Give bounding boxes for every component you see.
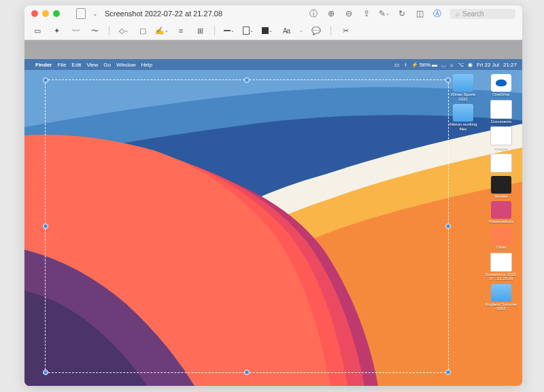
line-style-picker[interactable]: ⌄ bbox=[223, 24, 235, 37]
desktop-folder[interactable]: Winter Sports 2022 bbox=[446, 74, 480, 101]
screen-mirror-icon[interactable]: ▭ bbox=[394, 62, 400, 68]
selection-tool-icon[interactable]: ▭ bbox=[31, 24, 44, 37]
zoom-window-button[interactable] bbox=[53, 10, 60, 17]
sign-icon[interactable]: ✍⌄ bbox=[156, 24, 168, 37]
edit-icon[interactable]: Ⓐ bbox=[432, 9, 442, 18]
desktop-icons-area: Winter Sports 2022 Aileron working files… bbox=[446, 74, 518, 311]
bluetooth-icon[interactable]: ᚼ bbox=[404, 62, 407, 68]
app-menu[interactable]: Finder bbox=[35, 62, 52, 68]
adjust-color-icon[interactable]: ≡ bbox=[175, 24, 187, 37]
macos-menubar: Finder File Edit View Go Window Help ▭ ᚼ… bbox=[24, 59, 522, 70]
document-proxy-icon[interactable] bbox=[76, 8, 86, 19]
text-box-icon[interactable]: ▢ bbox=[137, 24, 149, 37]
menubar-date[interactable]: Fri 22 Jul bbox=[477, 62, 499, 68]
font-style-picker[interactable]: Aa bbox=[280, 24, 292, 37]
search-icon: ⌕ bbox=[456, 10, 460, 18]
desktop-file[interactable]: Documents bbox=[484, 100, 518, 124]
search-placeholder: Search bbox=[462, 10, 484, 18]
instant-alpha-icon[interactable]: ✦ bbox=[50, 24, 63, 37]
crop-tool-icon[interactable]: ✂ bbox=[339, 24, 352, 37]
image-canvas[interactable]: Finder File Edit View Go Window Help ▭ ᚼ… bbox=[24, 59, 522, 386]
adjust-size-icon[interactable]: ⊞ bbox=[194, 24, 206, 37]
title-dropdown-chevron[interactable]: ⌄ bbox=[92, 10, 98, 17]
desktop-file[interactable]: Screenshot 2022-07...21.25.09 bbox=[484, 253, 518, 281]
menubar-time[interactable]: 21:27 bbox=[503, 62, 517, 68]
markup-toolbar: ▭ ✦ 〰 〜 ◇⌄ ▢ ✍⌄ ≡ ⊞ ⌄ ⌄ ⌄ Aa⌄ 💬 ✂ bbox=[24, 22, 522, 40]
border-color-picker[interactable]: ⌄ bbox=[242, 24, 254, 37]
shapes-icon[interactable]: ◇⌄ bbox=[118, 24, 130, 37]
info-icon[interactable]: ⓘ bbox=[309, 9, 318, 18]
help-menu[interactable]: Help bbox=[141, 62, 152, 68]
control-center-icon[interactable]: ⌥ bbox=[458, 62, 464, 68]
battery-status[interactable]: ⚡ 56% ▬ bbox=[411, 62, 437, 68]
edit-menu[interactable]: Edit bbox=[71, 62, 81, 68]
markup-icon[interactable]: ✎⌄ bbox=[379, 9, 389, 18]
window-titlebar: ⌄ Screenshot 2022-07-22 at 21.27.08 ⓘ ⊕ … bbox=[24, 5, 522, 22]
canvas-padding-top bbox=[24, 40, 522, 59]
go-menu[interactable]: Go bbox=[103, 62, 111, 68]
window-title: Screenshot 2022-07-22 at 21.27.08 bbox=[105, 10, 222, 18]
wifi-icon[interactable]: ◡ bbox=[441, 62, 446, 68]
crop-icon[interactable]: ◫ bbox=[415, 9, 424, 18]
minimize-window-button[interactable] bbox=[42, 10, 49, 17]
zoom-out-icon[interactable]: ⊖ bbox=[344, 9, 354, 18]
view-menu[interactable]: View bbox=[86, 62, 98, 68]
preview-window: ⌄ Screenshot 2022-07-22 at 21.27.08 ⓘ ⊕ … bbox=[24, 5, 522, 386]
desktop-file[interactable]: Movies bbox=[484, 176, 518, 199]
desktop-onedrive[interactable]: OneDrive bbox=[484, 74, 518, 97]
close-window-button[interactable] bbox=[31, 10, 38, 17]
file-menu[interactable]: File bbox=[57, 62, 66, 68]
desktop-folder[interactable]: Aileron working files bbox=[446, 104, 480, 131]
sketch-icon[interactable]: 〰 bbox=[69, 24, 82, 37]
desktop-file[interactable]: Other bbox=[484, 227, 518, 250]
fill-color-picker[interactable]: ⌄ bbox=[261, 24, 273, 37]
desktop-file[interactable]: Images bbox=[484, 126, 518, 151]
share-icon[interactable]: ⇪ bbox=[362, 9, 371, 18]
spotlight-icon[interactable]: ⌕ bbox=[450, 62, 454, 68]
zoom-in-icon[interactable]: ⊕ bbox=[326, 9, 336, 18]
window-menu[interactable]: Window bbox=[116, 62, 135, 68]
siri-icon[interactable]: ◉ bbox=[468, 62, 473, 68]
rotate-icon[interactable]: ↻ bbox=[397, 9, 407, 18]
desktop-folder[interactable]: England Summer 2022 bbox=[484, 284, 518, 311]
draw-icon[interactable]: 〜 bbox=[88, 24, 101, 37]
desktop-file[interactable] bbox=[484, 154, 518, 173]
annotate-icon[interactable]: 💬 bbox=[310, 24, 322, 37]
search-field[interactable]: ⌕ Search bbox=[450, 9, 515, 19]
desktop-file[interactable]: Presentations bbox=[484, 201, 518, 224]
